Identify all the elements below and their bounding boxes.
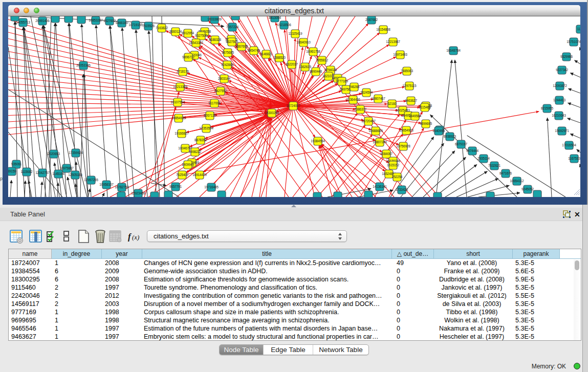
svg-text:16914479: 16914479 bbox=[192, 173, 207, 177]
svg-text:7357224: 7357224 bbox=[226, 25, 238, 29]
svg-text:252254: 252254 bbox=[392, 175, 403, 179]
svg-text:8990448: 8990448 bbox=[310, 70, 322, 73]
svg-text:3624594: 3624594 bbox=[360, 91, 373, 94]
svg-text:9899695: 9899695 bbox=[420, 122, 432, 125]
svg-text:15751074: 15751074 bbox=[567, 40, 580, 43]
svg-text:10958107: 10958107 bbox=[99, 183, 114, 186]
svg-text:1588520: 1588520 bbox=[273, 56, 286, 59]
svg-text:12093872: 12093872 bbox=[553, 84, 567, 87]
svg-text:935061: 935061 bbox=[11, 162, 22, 166]
svg-text:14055713: 14055713 bbox=[16, 20, 30, 24]
svg-text:9463627: 9463627 bbox=[405, 99, 417, 102]
svg-text:8813054: 8813054 bbox=[269, 16, 281, 19]
svg-text:8938923: 8938923 bbox=[444, 135, 456, 138]
svg-text:1498222: 1498222 bbox=[189, 150, 201, 154]
svg-text:11325419: 11325419 bbox=[289, 32, 302, 35]
svg-text:17359924: 17359924 bbox=[69, 151, 83, 155]
svg-text:9329966: 9329966 bbox=[560, 55, 573, 58]
svg-text:7386372: 7386372 bbox=[354, 107, 366, 111]
svg-text:12353594: 12353594 bbox=[199, 126, 213, 130]
svg-text:19654923: 19654923 bbox=[399, 128, 413, 132]
svg-text:1640995: 1640995 bbox=[432, 129, 445, 133]
svg-text:9227342: 9227342 bbox=[556, 68, 568, 72]
svg-text:9327505: 9327505 bbox=[226, 40, 238, 43]
svg-text:1145194: 1145194 bbox=[52, 172, 64, 176]
svg-text:10807467: 10807467 bbox=[371, 97, 385, 100]
svg-text:10973493: 10973493 bbox=[393, 53, 407, 56]
svg-text:19854935: 19854935 bbox=[171, 116, 186, 120]
svg-text:7625402: 7625402 bbox=[176, 173, 188, 177]
svg-text:9084067: 9084067 bbox=[380, 152, 393, 156]
svg-text:7632621: 7632621 bbox=[488, 164, 500, 167]
svg-text:7515526: 7515526 bbox=[142, 24, 155, 28]
svg-text:17957255: 17957255 bbox=[84, 178, 98, 182]
svg-text:18724007: 18724007 bbox=[286, 104, 300, 107]
svg-text:3875685: 3875685 bbox=[222, 51, 234, 54]
svg-text:10046786: 10046786 bbox=[178, 146, 192, 150]
svg-text:9117006: 9117006 bbox=[208, 101, 221, 105]
svg-text:12213987: 12213987 bbox=[386, 40, 400, 43]
svg-text:62160: 62160 bbox=[387, 102, 397, 105]
svg-text:10719155: 10719155 bbox=[128, 23, 143, 27]
svg-text:39159: 39159 bbox=[8, 169, 16, 173]
svg-text:8878352: 8878352 bbox=[194, 138, 207, 142]
svg-text:9657791: 9657791 bbox=[169, 185, 182, 188]
svg-text:(x): (x) bbox=[132, 233, 139, 241]
svg-text:9242848: 9242848 bbox=[221, 63, 233, 67]
svg-text:1527602: 1527602 bbox=[103, 19, 116, 23]
svg-text:1117: 1117 bbox=[577, 27, 580, 31]
svg-text:746266: 746266 bbox=[349, 85, 360, 89]
svg-text:18300295: 18300295 bbox=[265, 111, 279, 115]
svg-text:19756928: 19756928 bbox=[396, 144, 410, 148]
svg-text:1615152: 1615152 bbox=[387, 163, 399, 167]
svg-text:8454749: 8454749 bbox=[248, 49, 260, 52]
svg-text:1244413: 1244413 bbox=[553, 98, 565, 102]
svg-text:18640910: 18640910 bbox=[296, 40, 311, 44]
svg-text:19218506: 19218506 bbox=[277, 23, 291, 27]
svg-text:8660124: 8660124 bbox=[169, 30, 182, 33]
svg-text:8471676: 8471676 bbox=[499, 171, 512, 175]
svg-text:6466160: 6466160 bbox=[116, 21, 128, 25]
svg-text:9327500: 9327500 bbox=[195, 34, 207, 37]
svg-text:8186328: 8186328 bbox=[209, 38, 221, 41]
svg-text:1733426: 1733426 bbox=[396, 188, 408, 191]
svg-text:6794028: 6794028 bbox=[324, 68, 337, 72]
svg-text:9474444: 9474444 bbox=[466, 149, 478, 152]
svg-text:12213389: 12213389 bbox=[173, 85, 187, 89]
svg-text:15720407: 15720407 bbox=[361, 119, 376, 123]
svg-text:20053346: 20053346 bbox=[76, 63, 91, 67]
svg-text:16154808: 16154808 bbox=[376, 28, 390, 31]
svg-text:16648784: 16648784 bbox=[446, 49, 461, 52]
svg-text:19166827: 19166827 bbox=[175, 132, 189, 135]
svg-text:10654112: 10654112 bbox=[510, 179, 524, 183]
svg-text:1362615: 1362615 bbox=[299, 65, 311, 69]
svg-text:1115682: 1115682 bbox=[21, 170, 33, 173]
svg-text:1167533: 1167533 bbox=[568, 157, 580, 160]
svg-text:10688609: 10688609 bbox=[368, 129, 383, 133]
svg-text:2020653: 2020653 bbox=[48, 152, 60, 156]
svg-text:9896712: 9896712 bbox=[182, 55, 194, 59]
svg-text:19716485: 19716485 bbox=[204, 185, 219, 189]
svg-text:15692971: 15692971 bbox=[555, 129, 569, 133]
svg-text:10853287: 10853287 bbox=[89, 18, 103, 22]
svg-text:20991406: 20991406 bbox=[35, 19, 50, 23]
svg-text:10107554: 10107554 bbox=[170, 100, 185, 104]
svg-text:16033809: 16033809 bbox=[207, 17, 222, 21]
svg-text:12923468: 12923468 bbox=[131, 191, 145, 195]
svg-text:2718176: 2718176 bbox=[177, 70, 189, 73]
svg-text:1409949: 1409949 bbox=[182, 163, 194, 166]
svg-text:10975887: 10975887 bbox=[59, 166, 74, 170]
svg-text:8267130: 8267130 bbox=[204, 114, 216, 117]
svg-text:8427552: 8427552 bbox=[214, 89, 227, 93]
svg-text:19384554: 19384554 bbox=[311, 139, 325, 143]
svg-text:16961758: 16961758 bbox=[306, 50, 320, 53]
svg-text:18807249: 18807249 bbox=[373, 140, 387, 144]
svg-text:16543382: 16543382 bbox=[189, 41, 203, 45]
svg-text:12042757: 12042757 bbox=[35, 171, 50, 174]
svg-text:8322037: 8322037 bbox=[286, 62, 298, 66]
svg-text:12975115: 12975115 bbox=[403, 84, 417, 87]
svg-text:2803144: 2803144 bbox=[218, 77, 230, 80]
svg-text:9245052: 9245052 bbox=[521, 187, 534, 191]
svg-text:6879197: 6879197 bbox=[455, 142, 467, 146]
svg-text:7163822: 7163822 bbox=[156, 26, 168, 30]
